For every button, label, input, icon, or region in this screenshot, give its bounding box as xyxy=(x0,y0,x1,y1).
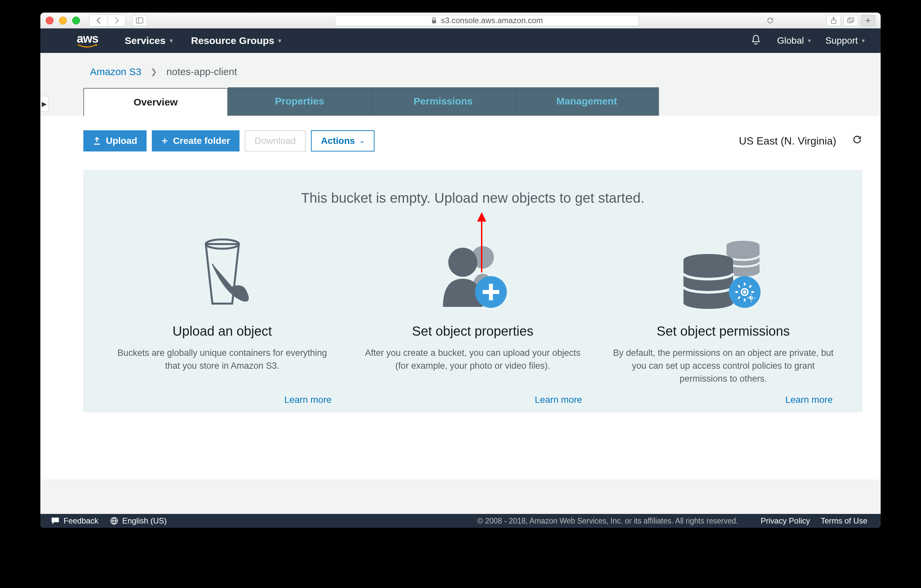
caret-down-icon: ▾ xyxy=(278,37,281,44)
svg-rect-0 xyxy=(136,18,143,23)
side-panel-toggle[interactable]: ▶ xyxy=(41,96,48,112)
actions-menu[interactable]: Actions ⌄ xyxy=(311,130,374,151)
tab-properties[interactable]: Properties xyxy=(228,87,371,115)
copyright-text: © 2008 - 2018, Amazon Web Services, Inc.… xyxy=(477,517,738,526)
download-button[interactable]: Download xyxy=(245,130,306,151)
maximize-window-button[interactable] xyxy=(72,16,80,24)
tab-permissions[interactable]: Permissions xyxy=(371,87,515,115)
actions-label: Actions xyxy=(321,136,355,146)
card-title: Set object permissions xyxy=(657,324,790,339)
window-controls xyxy=(46,16,80,24)
toolbar: Upload Create folder Download Actions ⌄ … xyxy=(83,130,862,151)
learn-more-link[interactable]: Learn more xyxy=(284,385,341,405)
card-desc: After you create a bucket, you can uploa… xyxy=(354,347,591,372)
card-upload-object: Upload an object Buckets are globally un… xyxy=(104,232,341,405)
svg-rect-5 xyxy=(849,18,854,21)
feedback-label: Feedback xyxy=(63,516,98,526)
learn-more-link[interactable]: Learn more xyxy=(535,385,591,405)
tab-overview[interactable]: Overview xyxy=(83,88,228,116)
card-object-properties: Set object properties After you create a… xyxy=(354,232,591,405)
tab-management[interactable]: Management xyxy=(515,87,659,115)
terms-link[interactable]: Terms of Use xyxy=(821,516,867,526)
forward-button[interactable] xyxy=(107,15,125,26)
annotation-arrow xyxy=(481,213,482,273)
card-object-permissions: Set object permissions By default, the p… xyxy=(605,232,842,405)
svg-point-18 xyxy=(744,291,746,293)
region-menu[interactable]: Global ▾ xyxy=(777,36,811,46)
resource-groups-label: Resource Groups xyxy=(191,35,275,46)
database-gear-icon xyxy=(674,232,773,315)
globe-icon xyxy=(110,517,118,525)
svg-point-15 xyxy=(683,297,733,309)
users-add-icon xyxy=(426,232,519,315)
create-folder-label: Create folder xyxy=(173,136,230,146)
footer: Feedback English (US) © 2008 - 2018, Ama… xyxy=(41,514,880,528)
upload-label: Upload xyxy=(106,136,137,146)
browser-window: s3.console.aws.amazon.com + aws Services… xyxy=(41,13,880,528)
services-label: Services xyxy=(125,35,165,46)
card-desc: By default, the permissions on an object… xyxy=(605,347,842,385)
privacy-link[interactable]: Privacy Policy xyxy=(761,516,810,526)
support-label: Support xyxy=(825,36,858,46)
sidebar-toggle-button[interactable] xyxy=(132,15,147,26)
feedback-button[interactable]: Feedback xyxy=(51,516,98,526)
card-title: Set object properties xyxy=(412,324,534,339)
info-cards: Upload an object Buckets are globally un… xyxy=(104,232,842,405)
refresh-button[interactable] xyxy=(852,135,862,147)
caret-down-icon: ▾ xyxy=(170,37,173,44)
minimize-window-button[interactable] xyxy=(59,16,67,24)
plus-icon xyxy=(161,137,168,145)
speech-bubble-icon xyxy=(51,517,60,525)
svg-rect-14 xyxy=(683,260,733,303)
bucket-region-label: US East (N. Virginia) xyxy=(739,135,836,147)
breadcrumb-root[interactable]: Amazon S3 xyxy=(90,66,141,77)
language-label: English (US) xyxy=(122,516,167,526)
card-title: Upload an object xyxy=(173,324,272,339)
address-bar[interactable]: s3.console.aws.amazon.com xyxy=(335,15,639,26)
upload-icon xyxy=(93,137,101,145)
aws-top-nav: aws Services ▾ Resource Groups ▾ Global … xyxy=(41,28,880,53)
empty-headline: This bucket is empty. Upload new objects… xyxy=(104,190,842,206)
caret-down-icon: ▾ xyxy=(862,37,865,44)
chevron-right-icon: ❯ xyxy=(151,67,157,76)
empty-state-panel: This bucket is empty. Upload new objects… xyxy=(83,170,862,412)
card-desc: Buckets are globally unique containers f… xyxy=(104,347,341,372)
browser-titlebar: s3.console.aws.amazon.com + xyxy=(41,13,880,28)
support-menu[interactable]: Support ▾ xyxy=(825,36,865,46)
resource-groups-menu[interactable]: Resource Groups ▾ xyxy=(191,35,282,46)
share-button[interactable] xyxy=(827,15,841,26)
breadcrumb-bucket: notes-app-client xyxy=(166,66,237,77)
browser-actions: + xyxy=(827,15,875,26)
tab-content: Upload Create folder Download Actions ⌄ … xyxy=(41,116,880,479)
back-button[interactable] xyxy=(89,15,107,26)
url-text: s3.console.aws.amazon.com xyxy=(441,16,543,25)
breadcrumb: Amazon S3 ❯ notes-app-client xyxy=(41,53,880,87)
region-label: Global xyxy=(777,36,804,46)
aws-logo[interactable]: aws xyxy=(77,33,98,48)
aws-smile-icon xyxy=(77,44,98,48)
svg-rect-4 xyxy=(848,19,852,23)
page-body: ▶ Amazon S3 ❯ notes-app-client Overview … xyxy=(41,53,880,514)
bucket-icon xyxy=(176,232,268,315)
tabs-button[interactable] xyxy=(844,15,858,26)
svg-point-8 xyxy=(448,248,477,277)
create-folder-button[interactable]: Create folder xyxy=(152,130,239,151)
language-menu[interactable]: English (US) xyxy=(110,516,167,526)
services-menu[interactable]: Services ▾ xyxy=(125,35,172,46)
close-window-button[interactable] xyxy=(46,16,54,24)
new-tab-button[interactable]: + xyxy=(861,15,875,26)
caret-down-icon: ⌄ xyxy=(360,137,364,145)
nav-buttons xyxy=(89,15,126,26)
svg-rect-2 xyxy=(432,20,436,23)
tabs: Overview Properties Permissions Manageme… xyxy=(83,87,659,116)
upload-button[interactable]: Upload xyxy=(83,130,146,151)
caret-down-icon: ▾ xyxy=(808,37,811,44)
lock-icon xyxy=(431,17,437,24)
learn-more-link[interactable]: Learn more xyxy=(785,385,842,405)
notifications-button[interactable] xyxy=(751,34,761,47)
reload-button[interactable] xyxy=(763,15,778,26)
